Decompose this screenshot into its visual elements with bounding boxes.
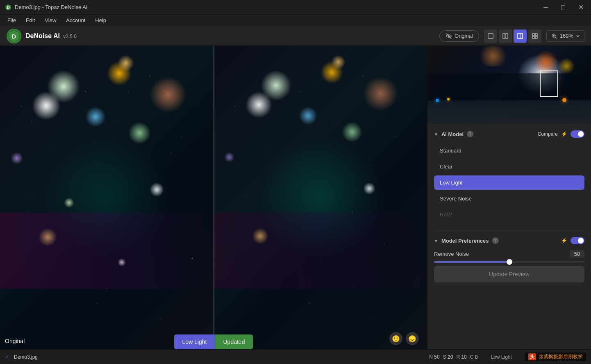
menu-file[interactable]: File	[3, 16, 20, 25]
status-param-n: N 50	[429, 354, 439, 360]
remove-noise-fill	[434, 261, 509, 263]
window-title: Demo3.jpg - Topaz DeNoise AI	[15, 4, 88, 10]
app-logo: D	[7, 29, 21, 43]
close-button[interactable]: ✕	[576, 2, 586, 12]
param-c-value: 0	[475, 354, 478, 360]
title-bar-left: D Demo3.jpg - Topaz DeNoise AI	[5, 4, 88, 11]
menu-edit[interactable]: Edit	[22, 16, 39, 25]
svg-point-5	[448, 35, 450, 37]
model-preferences-section: ▼ Model Preferences ? ⚡ Remove Noise 50 …	[434, 237, 584, 282]
svg-rect-14	[535, 36, 537, 39]
remove-noise-value: 50	[570, 250, 584, 258]
feedback-buttons: 🙂 😞	[389, 332, 419, 345]
svg-text:D: D	[12, 33, 16, 40]
model-status-badge: Low Light Updated	[174, 334, 253, 349]
view-quad-button[interactable]	[528, 30, 541, 43]
param-n-value: 50	[434, 354, 439, 360]
param-s-value: 20	[448, 354, 453, 360]
shield-icon: D	[7, 29, 21, 43]
split-divider	[214, 46, 214, 349]
right-panel: ▼ AI Model ? Compare ⚡ Standard Clear Lo…	[427, 46, 591, 349]
canvas-area[interactable]: Original	[0, 46, 427, 349]
thumbnail-image	[427, 46, 591, 124]
zoom-icon	[551, 33, 557, 39]
status-model: Low Light	[491, 354, 511, 360]
ai-model-collapse[interactable]: ▼	[434, 132, 438, 136]
section-divider	[434, 230, 584, 230]
view-split-active-button[interactable]	[514, 30, 527, 43]
ai-model-section: ▼ AI Model ? Compare ⚡ Standard Clear Lo…	[434, 130, 584, 222]
svg-rect-6	[488, 34, 493, 39]
chevron-down-icon	[576, 34, 580, 38]
zoom-control[interactable]: 169%	[546, 30, 584, 42]
ai-model-header: ▼ AI Model ? Compare ⚡	[434, 130, 584, 138]
remove-noise-row: Remove Noise 50	[434, 250, 584, 258]
logo-area: D DeNoise AI v3.5.0	[7, 29, 77, 43]
preview-thumbnail	[427, 46, 591, 124]
model-prefs-help[interactable]: ?	[492, 237, 499, 244]
menu-account[interactable]: Account	[62, 16, 89, 25]
status-param-c: C 0	[470, 354, 478, 360]
title-bar-controls: ─ □ ✕	[541, 2, 586, 12]
prefs-lightning-icon: ⚡	[561, 238, 567, 243]
split-view-icon	[502, 33, 509, 39]
model-standard[interactable]: Standard	[434, 143, 584, 158]
quad-view-icon	[532, 33, 538, 39]
watermark: 头 @紫枫摄影后期教学	[525, 353, 586, 361]
thumbs-down-button[interactable]: 😞	[406, 332, 419, 345]
status-param-s: S 20	[443, 354, 453, 360]
app-name-area: DeNoise AI v3.5.0	[25, 32, 77, 40]
status-params: N 50 S 20 R 10 C 0	[429, 354, 477, 360]
minimize-button[interactable]: ─	[541, 3, 550, 12]
watermark-text: @紫枫摄影后期教学	[539, 353, 583, 360]
remove-noise-thumb[interactable]	[507, 259, 512, 265]
view-split-button[interactable]	[499, 30, 512, 43]
maximize-button[interactable]: □	[559, 3, 568, 12]
svg-line-16	[555, 37, 557, 39]
app-icon: D	[5, 4, 11, 11]
toolbar: D DeNoise AI v3.5.0 Original	[0, 26, 591, 46]
remove-noise-slider[interactable]	[434, 261, 584, 263]
app-name-label: DeNoise AI	[25, 32, 60, 39]
svg-rect-11	[532, 34, 534, 36]
model-prefs-collapse[interactable]: ▼	[434, 239, 438, 243]
model-severe-noise[interactable]: Severe Noise	[434, 191, 584, 206]
badge-status: Updated	[215, 334, 253, 349]
thumbs-up-button[interactable]: 🙂	[389, 332, 402, 345]
split-diagonal-icon	[517, 33, 523, 39]
model-clear[interactable]: Clear	[434, 159, 584, 174]
watermark-area: 头 @紫枫摄影后期教学	[525, 353, 586, 361]
canvas-processed	[214, 46, 427, 349]
zoom-value: 169%	[560, 33, 573, 39]
svg-rect-7	[503, 34, 505, 39]
param-r-value: 10	[461, 354, 466, 360]
watermark-icon: 头	[528, 353, 536, 360]
main-area: Original	[0, 46, 591, 349]
badge-model: Low Light	[174, 334, 215, 349]
canvas-inner: Original	[0, 46, 427, 349]
menu-help[interactable]: Help	[91, 16, 110, 25]
model-low-light[interactable]: Low Light	[434, 175, 584, 190]
remove-noise-label: Remove Noise	[434, 251, 469, 257]
title-bar: D Demo3.jpg - Topaz DeNoise AI ─ □ ✕	[0, 0, 591, 15]
menu-view[interactable]: View	[41, 16, 60, 25]
update-preview-button[interactable]: Update Preview	[434, 266, 584, 282]
panel-content: ▼ AI Model ? Compare ⚡ Standard Clear Lo…	[427, 124, 591, 349]
canvas-original-label: Original	[5, 338, 25, 344]
eye-off-icon	[446, 33, 452, 39]
ai-model-help[interactable]: ?	[467, 131, 473, 137]
app-version-label: v3.5.0	[63, 34, 77, 39]
svg-rect-12	[535, 34, 537, 36]
original-label: Original	[455, 33, 473, 39]
compare-button[interactable]: Compare	[538, 131, 558, 137]
original-button[interactable]: Original	[439, 30, 479, 42]
lightning-icon: ⚡	[561, 131, 567, 137]
ai-model-toggle[interactable]	[571, 130, 584, 138]
model-prefs-header: ▼ Model Preferences ? ⚡	[434, 237, 584, 244]
model-prefs-toggle[interactable]	[571, 237, 584, 244]
status-param-r: R 10	[456, 354, 466, 360]
model-prefs-title: Model Preferences	[441, 238, 489, 244]
view-single-button[interactable]	[484, 30, 497, 43]
status-check-icon: ✓	[5, 354, 9, 360]
svg-rect-8	[506, 34, 508, 39]
